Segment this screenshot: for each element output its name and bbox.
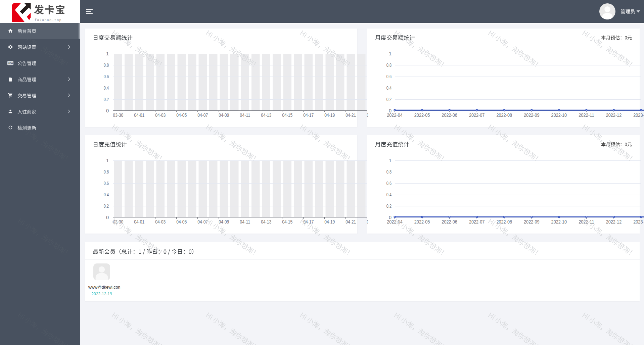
svg-text:NEW: NEW bbox=[8, 62, 13, 64]
